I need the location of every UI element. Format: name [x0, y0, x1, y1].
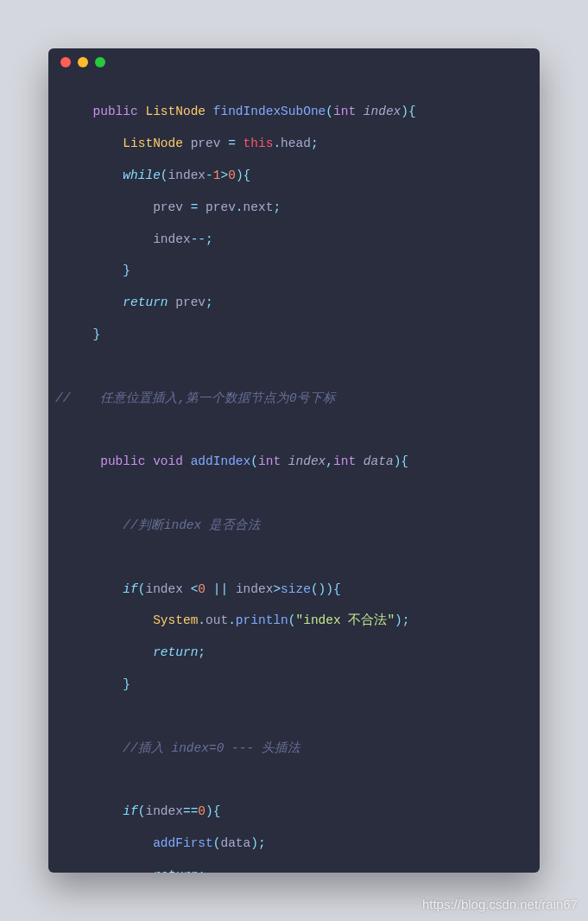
code-block: public ListNode findIndexSubOne(int inde… [48, 76, 540, 873]
prop: next [243, 200, 274, 214]
return-type: void [153, 454, 183, 468]
fn-call: println [236, 613, 288, 627]
num: 0 [198, 804, 205, 818]
ident: index [153, 232, 191, 246]
string-literal: "index 不合法" [295, 613, 395, 627]
keyword-if: if [123, 582, 137, 596]
watermark-text: https://blog.csdn.net/rain67 [422, 896, 578, 912]
keyword-while: while [123, 168, 161, 182]
window-titlebar [48, 48, 540, 76]
comment: // 任意位置插入,第一个数据节点为0号下标 [55, 391, 336, 405]
fn-call: addFirst [153, 836, 213, 850]
code-card: public ListNode findIndexSubOne(int inde… [48, 48, 540, 873]
param-name: index [288, 454, 326, 468]
ident: prev [175, 295, 205, 309]
minimize-icon[interactable] [78, 57, 88, 67]
keyword-public: public [100, 454, 145, 468]
ident: index [145, 804, 183, 818]
fn-call: size [281, 582, 311, 596]
keyword-return: return [153, 645, 198, 659]
num: 0 [228, 168, 236, 182]
keyword-return: return [153, 868, 198, 873]
var: prev [191, 137, 221, 150]
param-type: int [333, 105, 356, 118]
close-icon[interactable] [60, 57, 71, 67]
op: > [220, 168, 228, 182]
keyword-if: if [123, 804, 137, 818]
keyword-public: public [93, 105, 138, 118]
param-type: int [258, 454, 281, 468]
op: - [205, 168, 213, 182]
param-type: int [333, 454, 356, 468]
ident: prev [205, 200, 236, 214]
arg: data [220, 836, 250, 850]
class-name: System [153, 613, 198, 627]
param-name: index [364, 105, 401, 118]
ident: index [145, 582, 183, 596]
keyword-return: return [123, 295, 168, 309]
ident: index [236, 582, 274, 596]
this-keyword: this [243, 137, 274, 150]
op: || [213, 582, 228, 596]
op: -- [191, 232, 205, 246]
prop: out [205, 613, 228, 627]
op: > [273, 582, 281, 596]
num: 0 [198, 582, 205, 596]
function-name: addIndex [191, 454, 251, 468]
op: == [183, 804, 198, 818]
ident: index [168, 168, 206, 182]
prop: head [281, 137, 311, 150]
zoom-icon[interactable] [95, 57, 105, 67]
ident: prev [153, 200, 183, 214]
comment: //判断index 是否合法 [123, 518, 261, 532]
comment: //插入 index=0 --- 头插法 [123, 741, 300, 755]
return-type: ListNode [145, 105, 205, 118]
type: ListNode [123, 137, 183, 150]
param-name: data [364, 454, 394, 468]
function-name: findIndexSubOne [213, 105, 326, 118]
